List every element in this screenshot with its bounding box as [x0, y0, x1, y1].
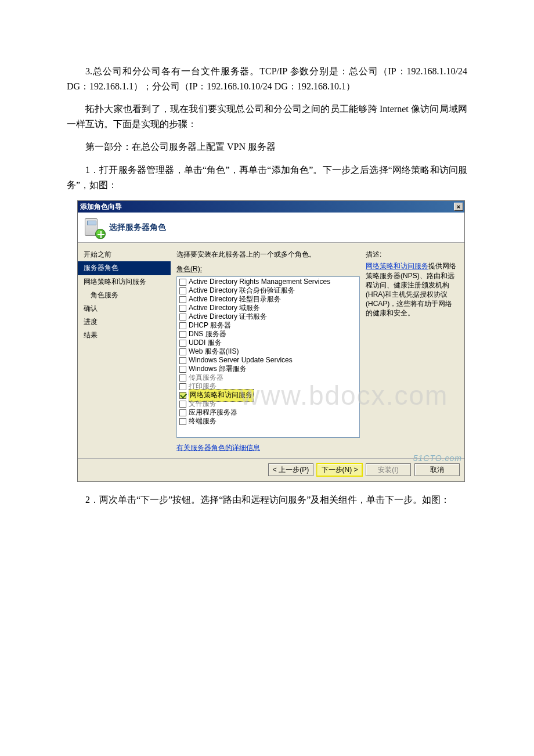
- close-icon[interactable]: ×: [454, 203, 463, 211]
- sidebar-item-confirm[interactable]: 确认: [78, 302, 171, 315]
- wizard-title: 添加角色向导: [80, 201, 122, 213]
- checkbox-icon[interactable]: [179, 357, 186, 364]
- add-role-wizard-window: 添加角色向导 × 选择服务器角色 开始之前 服务器角色 网络策略和访问服务 角色…: [77, 200, 465, 482]
- paragraph-4: 1．打开服务器管理器，单击“角色”，再单击“添加角色”。下一步之后选择“网络策略…: [67, 163, 467, 192]
- checkbox-icon[interactable]: [179, 383, 186, 390]
- server-add-icon: [82, 217, 103, 238]
- role-item[interactable]: 终端服务: [179, 417, 357, 426]
- checkbox-icon[interactable]: [179, 401, 186, 408]
- wizard-sidebar: 开始之前 服务器角色 网络策略和访问服务 角色服务 确认 进度 结果: [78, 243, 171, 458]
- checkbox-icon[interactable]: [179, 322, 186, 329]
- checkbox-icon[interactable]: [179, 340, 186, 347]
- more-info-link[interactable]: 有关服务器角色的详细信息: [176, 442, 360, 453]
- sidebar-item-before[interactable]: 开始之前: [78, 248, 171, 261]
- checkbox-icon[interactable]: [179, 287, 186, 294]
- checkbox-checked-icon[interactable]: [179, 392, 186, 399]
- checkbox-icon[interactable]: [179, 418, 186, 425]
- cancel-button[interactable]: 取消: [414, 463, 460, 476]
- description-text: 网络策略和访问服务提供网络策略服务器(NPS)、路由和远程访问、健康注册颁发机构…: [366, 261, 459, 318]
- checkbox-icon[interactable]: [179, 279, 186, 286]
- checkbox-icon[interactable]: [179, 296, 186, 303]
- checkbox-icon[interactable]: [179, 375, 186, 381]
- checkbox-icon[interactable]: [179, 305, 186, 312]
- checkbox-icon[interactable]: [179, 331, 186, 338]
- description-link[interactable]: 网络策略和访问服务: [366, 262, 428, 270]
- wizard-header-title: 选择服务器角色: [109, 221, 166, 233]
- checkbox-icon[interactable]: [179, 409, 186, 416]
- checkbox-icon[interactable]: [179, 366, 186, 373]
- install-button: 安装(I): [366, 463, 411, 476]
- cto-watermark: 51CTO.com: [413, 452, 462, 465]
- paragraph-3: 第一部分：在总公司服务器上配置 VPN 服务器: [67, 139, 467, 154]
- checkbox-icon[interactable]: [179, 314, 186, 321]
- sidebar-item-progress[interactable]: 进度: [78, 315, 171, 329]
- wizard-titlebar: 添加角色向导 ×: [78, 201, 464, 213]
- back-button[interactable]: < 上一步(P): [268, 463, 313, 476]
- sidebar-item-result[interactable]: 结果: [78, 329, 171, 342]
- wizard-header: 选择服务器角色: [78, 213, 464, 243]
- sidebar-item-server-roles[interactable]: 服务器角色: [78, 261, 171, 275]
- description-label: 描述:: [366, 249, 459, 260]
- wizard-footer: 51CTO.com < 上一步(P) 下一步(N) > 安装(I) 取消: [78, 458, 464, 481]
- instruction-text: 选择要安装在此服务器上的一个或多个角色。: [176, 249, 360, 260]
- sidebar-item-nap[interactable]: 网络策略和访问服务: [78, 275, 171, 289]
- roles-label: 角色(R):: [176, 264, 360, 275]
- paragraph-2: 拓扑大家也看到了，现在我们要实现总公司和分公司之间的员工能够跨 Internet…: [67, 102, 467, 131]
- roles-listbox[interactable]: Active Directory Rights Management Servi…: [176, 276, 360, 438]
- sidebar-item-role-services[interactable]: 角色服务: [78, 289, 171, 302]
- wizard-content: 选择要安装在此服务器上的一个或多个角色。 角色(R): Active Direc…: [171, 243, 464, 458]
- wizard-body: 开始之前 服务器角色 网络策略和访问服务 角色服务 确认 进度 结果 选择要安装…: [78, 243, 464, 458]
- paragraph-1: 3.总公司和分公司各有一台文件服务器。TCP/IP 参数分别是：总公司（IP：1…: [67, 64, 467, 93]
- next-button[interactable]: 下一步(N) >: [317, 463, 362, 476]
- checkbox-icon[interactable]: [179, 348, 186, 355]
- paragraph-5: 2．两次单击“下一步”按钮。选择“路由和远程访问服务”及相关组件，单击下一步。如…: [67, 492, 467, 507]
